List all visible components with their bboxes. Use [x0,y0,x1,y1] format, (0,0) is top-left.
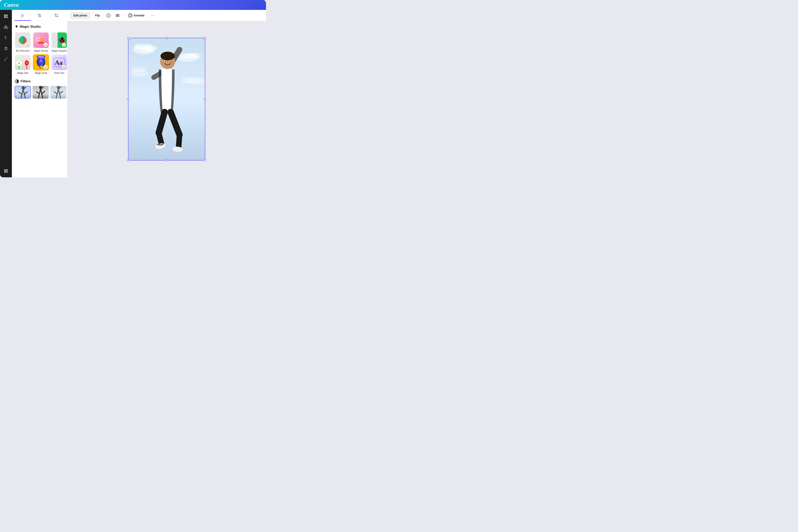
flip-button[interactable]: Flip [92,12,103,19]
upload-icon [4,46,8,51]
svg-point-20 [40,16,41,17]
sidebar-item-apps[interactable] [2,168,10,174]
svg-rect-11 [4,171,5,172]
svg-rect-16 [7,172,8,173]
filters-icon [15,79,19,83]
animate-icon [128,13,132,18]
draw-icon [4,57,8,61]
top-toolbar: Edit photo Flip i [67,10,266,21]
filter-bw[interactable] [33,86,49,98]
tool-bg-remover[interactable]: 👑 BG Remover [15,32,31,52]
svg-point-7 [4,60,5,61]
bg-remover-thumb: 👑 [15,32,31,48]
effects-panel: fx ✦ Magic Studi [12,10,67,177]
cloud-3 [182,54,197,59]
position-button[interactable] [114,12,121,19]
tab-adjust[interactable] [31,10,48,21]
svg-point-38 [18,62,20,64]
magic-studio-label: Magic Studio [20,25,41,29]
magic-edit-label: Magic Edit [17,72,28,74]
svg-point-4 [4,27,5,29]
filter-bw-person [33,86,49,98]
filter-none[interactable] [15,86,31,98]
grab-text-thumb: Aa 👑 [51,54,67,71]
elements-icon [4,25,8,29]
svg-marker-28 [57,38,60,41]
sidebar-item-elements[interactable] [2,23,10,31]
magic-expand-thumb: 👑 [51,32,67,48]
crop-icon [54,13,59,18]
svg-rect-10 [7,169,8,170]
svg-rect-3 [6,27,8,29]
more-icon: ··· [151,13,155,18]
sidebar-item-templates[interactable] [2,13,10,20]
info-icon: i [106,13,111,18]
svg-point-43 [26,62,27,64]
sidebar-item-draw[interactable] [2,55,10,62]
svg-rect-9 [5,169,7,170]
svg-rect-1 [6,15,8,16]
canvas-image [128,38,205,160]
svg-rect-8 [4,169,5,170]
filter-bw-thumb [33,86,49,98]
edit-photo-button[interactable]: Edit photo [71,12,90,19]
right-area: Edit photo Flip i [67,10,266,177]
adjust-icon [37,13,42,18]
panel-content: ✦ Magic Studio [12,21,67,177]
magic-expand-crown: 👑 [62,43,66,47]
filter-warm[interactable] [50,86,66,98]
animate-button[interactable]: Animate [125,12,147,19]
sparkle-icon: ✦ [15,24,18,29]
svg-text:T: T [4,36,7,40]
filter-none-person [15,86,31,98]
position-icon [115,13,120,18]
tool-magic-grab[interactable]: Olivia 🖐 👑 Magic Grab [33,54,49,74]
cursor-hand-icon: 🖐 [40,65,44,69]
tab-effects[interactable]: fx [14,10,31,21]
tool-grab-text[interactable]: Aa 👑 Grab Text [51,54,67,74]
svg-rect-12 [5,171,7,172]
svg-point-71 [160,52,175,60]
svg-point-18 [38,14,39,15]
expand-arrow-icon [57,38,61,42]
svg-point-74 [165,61,166,62]
panel-tabs: fx [12,10,67,21]
left-sidebar: T [0,10,12,177]
person-image-bg [128,38,205,160]
svg-text:Aa: Aa [55,59,62,66]
template-icon [4,14,8,18]
svg-rect-14 [4,172,5,173]
sidebar-item-upload[interactable] [2,45,10,52]
magic-studio-section-title: ✦ Magic Studio [15,24,64,29]
text-icon: T [4,35,8,40]
magic-edit-thumb [15,54,31,71]
bg-remover-crown: 👑 [25,43,30,47]
cloud-4 [132,68,146,72]
animate-label: Animate [134,14,145,17]
magic-studio-grid: 👑 BG Remover [15,32,64,74]
svg-rect-15 [5,172,7,173]
effects-tab-icon: fx [21,13,24,18]
tool-magic-edit[interactable]: Magic Edit [15,54,31,74]
tab-crop[interactable] [48,10,65,21]
flower1-image [16,59,22,69]
sidebar-item-text[interactable]: T [2,34,10,41]
svg-rect-0 [4,15,6,18]
tool-magic-eraser[interactable]: 👑 Magic Eraser [33,32,49,52]
filter-warm-person [50,86,66,98]
animate-svg [129,14,132,17]
tool-magic-expand[interactable]: 👑 Magic Expand [51,32,67,52]
magic-grab-crown: 👑 [44,65,48,69]
filters-section-title: Filters [15,79,64,83]
info-button[interactable]: i [105,12,112,19]
svg-point-51 [16,81,17,82]
cloud-5 [182,77,201,83]
magic-expand-label: Magic Expand [52,50,67,52]
flower2-image [24,59,30,69]
more-options-button[interactable]: ··· [149,12,156,19]
magic-grab-label: Magic Grab [35,72,47,74]
cloud-2 [140,48,152,52]
canvas-area [67,21,266,177]
filters-label: Filters [21,79,31,83]
svg-point-75 [170,61,171,62]
